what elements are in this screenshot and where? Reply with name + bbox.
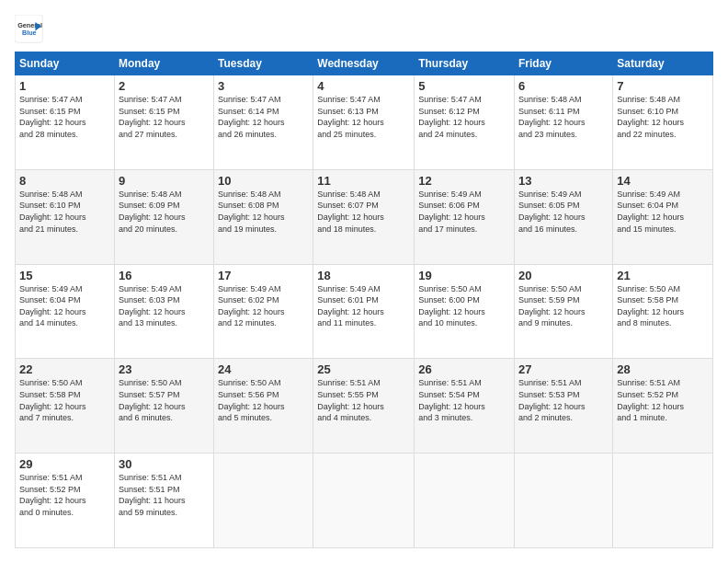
calendar-cell: 7Sunrise: 5:48 AM Sunset: 6:10 PM Daylig… xyxy=(613,75,713,170)
day-number: 20 xyxy=(518,269,609,282)
calendar-cell: 1Sunrise: 5:47 AM Sunset: 6:15 PM Daylig… xyxy=(16,75,115,170)
svg-text:Blue: Blue xyxy=(22,29,37,37)
day-info: Sunrise: 5:48 AM Sunset: 6:08 PM Dayligh… xyxy=(218,189,309,235)
day-number: 25 xyxy=(317,362,410,376)
weekday-header-wednesday: Wednesday xyxy=(313,52,415,75)
day-number: 21 xyxy=(617,269,709,282)
day-number: 15 xyxy=(19,269,110,282)
day-info: Sunrise: 5:48 AM Sunset: 6:10 PM Dayligh… xyxy=(617,94,709,140)
calendar-cell: 11Sunrise: 5:48 AM Sunset: 6:07 PM Dayli… xyxy=(313,169,415,264)
calendar-cell: 10Sunrise: 5:48 AM Sunset: 6:08 PM Dayli… xyxy=(214,169,313,264)
day-number: 11 xyxy=(317,174,410,188)
calendar-cell: 20Sunrise: 5:50 AM Sunset: 5:59 PM Dayli… xyxy=(515,264,613,359)
day-number: 18 xyxy=(317,269,410,282)
calendar-cell xyxy=(613,454,713,548)
day-number: 27 xyxy=(518,362,609,376)
day-number: 9 xyxy=(119,174,210,188)
calendar-cell xyxy=(415,454,515,548)
calendar-cell: 23Sunrise: 5:50 AM Sunset: 5:57 PM Dayli… xyxy=(114,359,213,454)
calendar-cell: 25Sunrise: 5:51 AM Sunset: 5:55 PM Dayli… xyxy=(313,359,415,454)
weekday-header-tuesday: Tuesday xyxy=(214,52,313,75)
day-number: 1 xyxy=(19,79,110,93)
calendar-cell: 13Sunrise: 5:49 AM Sunset: 6:05 PM Dayli… xyxy=(515,169,613,264)
calendar-cell: 9Sunrise: 5:48 AM Sunset: 6:09 PM Daylig… xyxy=(114,169,213,264)
calendar-cell: 3Sunrise: 5:47 AM Sunset: 6:14 PM Daylig… xyxy=(214,75,313,170)
day-number: 7 xyxy=(617,79,709,93)
calendar-week-4: 22Sunrise: 5:50 AM Sunset: 5:58 PM Dayli… xyxy=(16,359,713,454)
calendar-cell: 14Sunrise: 5:49 AM Sunset: 6:04 PM Dayli… xyxy=(613,169,713,264)
day-info: Sunrise: 5:49 AM Sunset: 6:02 PM Dayligh… xyxy=(218,283,309,329)
day-info: Sunrise: 5:48 AM Sunset: 6:07 PM Dayligh… xyxy=(317,189,410,235)
day-info: Sunrise: 5:51 AM Sunset: 5:55 PM Dayligh… xyxy=(317,377,410,423)
day-info: Sunrise: 5:47 AM Sunset: 6:15 PM Dayligh… xyxy=(119,94,210,140)
day-number: 4 xyxy=(317,79,410,93)
day-number: 3 xyxy=(218,79,309,93)
calendar-cell: 27Sunrise: 5:51 AM Sunset: 5:53 PM Dayli… xyxy=(515,359,613,454)
calendar-cell: 28Sunrise: 5:51 AM Sunset: 5:52 PM Dayli… xyxy=(613,359,713,454)
calendar-cell: 15Sunrise: 5:49 AM Sunset: 6:04 PM Dayli… xyxy=(16,264,115,359)
calendar-cell: 6Sunrise: 5:48 AM Sunset: 6:11 PM Daylig… xyxy=(515,75,613,170)
day-info: Sunrise: 5:49 AM Sunset: 6:04 PM Dayligh… xyxy=(617,189,709,235)
day-number: 5 xyxy=(418,79,510,93)
calendar-cell: 26Sunrise: 5:51 AM Sunset: 5:54 PM Dayli… xyxy=(415,359,515,454)
day-info: Sunrise: 5:48 AM Sunset: 6:10 PM Dayligh… xyxy=(19,189,110,235)
calendar-week-5: 29Sunrise: 5:51 AM Sunset: 5:52 PM Dayli… xyxy=(16,454,713,548)
calendar-header-row: SundayMondayTuesdayWednesdayThursdayFrid… xyxy=(16,52,713,75)
day-info: Sunrise: 5:48 AM Sunset: 6:09 PM Dayligh… xyxy=(119,189,210,235)
day-number: 17 xyxy=(218,269,309,282)
weekday-header-friday: Friday xyxy=(515,52,613,75)
day-number: 30 xyxy=(119,457,210,471)
day-number: 16 xyxy=(119,269,210,282)
day-info: Sunrise: 5:47 AM Sunset: 6:12 PM Dayligh… xyxy=(418,94,510,140)
day-info: Sunrise: 5:47 AM Sunset: 6:14 PM Dayligh… xyxy=(218,94,309,140)
calendar-cell: 24Sunrise: 5:50 AM Sunset: 5:56 PM Dayli… xyxy=(214,359,313,454)
day-number: 6 xyxy=(518,79,609,93)
day-info: Sunrise: 5:50 AM Sunset: 5:58 PM Dayligh… xyxy=(617,283,709,329)
day-info: Sunrise: 5:49 AM Sunset: 6:05 PM Dayligh… xyxy=(518,189,609,235)
day-info: Sunrise: 5:47 AM Sunset: 6:13 PM Dayligh… xyxy=(317,94,410,140)
day-number: 24 xyxy=(218,362,309,376)
page: General Blue SundayMondayTuesdayWednesda… xyxy=(0,0,728,563)
day-info: Sunrise: 5:51 AM Sunset: 5:53 PM Dayligh… xyxy=(518,377,609,423)
weekday-header-saturday: Saturday xyxy=(613,52,713,75)
logo: General Blue xyxy=(15,15,46,44)
calendar-cell: 19Sunrise: 5:50 AM Sunset: 6:00 PM Dayli… xyxy=(415,264,515,359)
day-info: Sunrise: 5:50 AM Sunset: 5:57 PM Dayligh… xyxy=(119,377,210,423)
day-info: Sunrise: 5:51 AM Sunset: 5:51 PM Dayligh… xyxy=(119,472,210,518)
day-number: 29 xyxy=(19,457,110,471)
calendar-cell: 5Sunrise: 5:47 AM Sunset: 6:12 PM Daylig… xyxy=(415,75,515,170)
day-number: 19 xyxy=(418,269,510,282)
day-info: Sunrise: 5:49 AM Sunset: 6:01 PM Dayligh… xyxy=(317,283,410,329)
day-number: 28 xyxy=(617,362,709,376)
day-number: 10 xyxy=(218,174,309,188)
day-number: 22 xyxy=(19,362,110,376)
day-number: 14 xyxy=(617,174,709,188)
calendar-week-1: 1Sunrise: 5:47 AM Sunset: 6:15 PM Daylig… xyxy=(16,75,713,170)
calendar-cell: 29Sunrise: 5:51 AM Sunset: 5:52 PM Dayli… xyxy=(16,454,115,548)
day-info: Sunrise: 5:50 AM Sunset: 5:59 PM Dayligh… xyxy=(518,283,609,329)
calendar-cell: 17Sunrise: 5:49 AM Sunset: 6:02 PM Dayli… xyxy=(214,264,313,359)
calendar-cell: 22Sunrise: 5:50 AM Sunset: 5:58 PM Dayli… xyxy=(16,359,115,454)
calendar-cell: 16Sunrise: 5:49 AM Sunset: 6:03 PM Dayli… xyxy=(114,264,213,359)
calendar-cell: 4Sunrise: 5:47 AM Sunset: 6:13 PM Daylig… xyxy=(313,75,415,170)
day-info: Sunrise: 5:51 AM Sunset: 5:54 PM Dayligh… xyxy=(418,377,510,423)
calendar-cell xyxy=(214,454,313,548)
day-info: Sunrise: 5:50 AM Sunset: 5:58 PM Dayligh… xyxy=(19,377,110,423)
day-number: 13 xyxy=(518,174,609,188)
calendar-cell: 12Sunrise: 5:49 AM Sunset: 6:06 PM Dayli… xyxy=(415,169,515,264)
day-number: 2 xyxy=(119,79,210,93)
day-number: 8 xyxy=(19,174,110,188)
calendar-cell xyxy=(313,454,415,548)
calendar-week-3: 15Sunrise: 5:49 AM Sunset: 6:04 PM Dayli… xyxy=(16,264,713,359)
calendar-cell: 21Sunrise: 5:50 AM Sunset: 5:58 PM Dayli… xyxy=(613,264,713,359)
day-info: Sunrise: 5:48 AM Sunset: 6:11 PM Dayligh… xyxy=(518,94,609,140)
day-info: Sunrise: 5:51 AM Sunset: 5:52 PM Dayligh… xyxy=(19,472,110,518)
weekday-header-sunday: Sunday xyxy=(16,52,115,75)
calendar-cell xyxy=(515,454,613,548)
day-number: 12 xyxy=(418,174,510,188)
weekday-header-thursday: Thursday xyxy=(415,52,515,75)
header: General Blue xyxy=(15,15,713,44)
calendar-table: SundayMondayTuesdayWednesdayThursdayFrid… xyxy=(15,52,713,548)
day-number: 26 xyxy=(418,362,510,376)
day-info: Sunrise: 5:50 AM Sunset: 6:00 PM Dayligh… xyxy=(418,283,510,329)
